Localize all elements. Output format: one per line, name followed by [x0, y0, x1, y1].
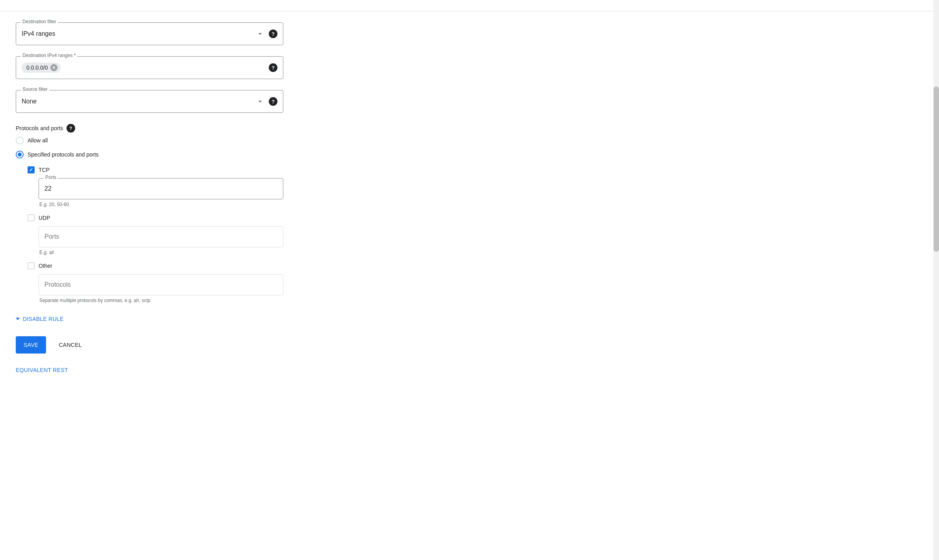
protocols-label: Protocols and ports [16, 125, 63, 131]
form-section: Destination filter IPv4 ranges ? Destina… [16, 22, 283, 373]
source-filter-inner[interactable]: None ? [16, 90, 283, 112]
radio-allow-all-label: Allow all [28, 137, 48, 144]
disable-rule-text: DISABLE RULE [23, 316, 64, 322]
top-separator [0, 11, 939, 11]
udp-group: UDP E.g. all [28, 214, 283, 255]
disable-rule-chevron-icon [16, 318, 20, 320]
radio-specified-circle [16, 151, 24, 158]
udp-ports-input[interactable] [39, 227, 283, 247]
equivalent-rest-text: EQUIVALENT REST [16, 367, 68, 373]
destination-filter-label: Destination filter [21, 19, 58, 24]
destination-ipv4-help-icon[interactable]: ? [269, 63, 277, 72]
other-protocols-input[interactable] [39, 274, 283, 295]
scrollbar-track [933, 0, 939, 560]
other-label: Other [39, 263, 52, 269]
other-group: Other Separate multiple protocols by com… [28, 262, 283, 303]
buttons-row: SAVE CANCEL [16, 336, 283, 354]
source-filter-field: Source filter None ? [16, 90, 283, 113]
protocols-header: Protocols and ports ? [16, 124, 283, 133]
destination-filter-icons: ? [256, 29, 277, 38]
udp-ports-hint: E.g. all [39, 250, 283, 255]
other-checkbox-item[interactable]: Other [28, 262, 283, 269]
destination-ipv4-label: Destination IPv4 ranges [21, 53, 77, 58]
ipv4-chip-remove[interactable]: ✕ [50, 64, 57, 71]
destination-filter-dropdown-icon[interactable] [256, 30, 264, 38]
tcp-ports-field: Ports [39, 178, 283, 199]
save-button[interactable]: SAVE [16, 336, 46, 354]
source-filter-value: None [22, 98, 256, 105]
tcp-group: TCP Ports E.g. 20, 50-60 [28, 166, 283, 207]
radio-specified[interactable]: Specified protocols and ports [16, 151, 283, 158]
udp-checkbox[interactable] [28, 214, 35, 221]
tcp-checkbox-item[interactable]: TCP [28, 166, 283, 173]
tcp-ports-hint: E.g. 20, 50-60 [39, 202, 283, 207]
other-port-group: Separate multiple protocols by commas, e… [39, 274, 283, 303]
ipv4-chip-value: 0.0.0.0/0 [26, 64, 48, 71]
destination-filter-value: IPv4 ranges [22, 30, 256, 37]
udp-port-group: E.g. all [39, 226, 283, 255]
destination-filter-field: Destination filter IPv4 ranges ? [16, 22, 283, 45]
other-protocols-hint: Separate multiple protocols by commas, e… [39, 298, 283, 303]
radio-group: Allow all Specified protocols and ports [16, 136, 283, 158]
source-filter-icons: ? [256, 97, 277, 106]
udp-checkbox-item[interactable]: UDP [28, 214, 283, 221]
udp-label: UDP [39, 215, 50, 221]
scrollbar-thumb[interactable] [933, 87, 939, 252]
destination-filter-inner[interactable]: IPv4 ranges ? [16, 23, 283, 45]
source-filter-help-icon[interactable]: ? [269, 97, 277, 106]
other-checkbox[interactable] [28, 262, 35, 269]
protocols-checkboxes: TCP Ports E.g. 20, 50-60 UDP [28, 166, 283, 303]
disable-rule-toggle[interactable]: DISABLE RULE [16, 316, 283, 322]
destination-filter-help-icon[interactable]: ? [269, 29, 277, 38]
tcp-ports-input[interactable] [39, 179, 283, 199]
ipv4-chip: 0.0.0.0/0 ✕ [22, 63, 61, 73]
cancel-button[interactable]: CANCEL [55, 336, 85, 354]
page-container: Destination filter IPv4 ranges ? Destina… [0, 0, 939, 560]
radio-allow-all-circle [16, 136, 24, 144]
protocols-section: Protocols and ports ? Allow all Specifie… [16, 124, 283, 303]
udp-ports-field [39, 226, 283, 247]
radio-allow-all[interactable]: Allow all [16, 136, 283, 144]
other-protocols-field [39, 274, 283, 295]
tcp-checkbox[interactable] [28, 166, 35, 173]
protocols-help-icon[interactable]: ? [67, 124, 75, 133]
tcp-label: TCP [39, 167, 50, 173]
tcp-port-group: Ports E.g. 20, 50-60 [39, 178, 283, 207]
destination-ipv4-field: Destination IPv4 ranges 0.0.0.0/0 ✕ ? [16, 56, 283, 79]
destination-ipv4-inner[interactable]: 0.0.0.0/0 ✕ ? [16, 57, 283, 79]
source-filter-label: Source filter [21, 87, 49, 92]
equivalent-rest-link[interactable]: EQUIVALENT REST [16, 367, 283, 373]
radio-specified-label: Specified protocols and ports [28, 151, 99, 158]
source-filter-dropdown-icon[interactable] [256, 98, 264, 105]
tcp-ports-label: Ports [44, 175, 58, 180]
